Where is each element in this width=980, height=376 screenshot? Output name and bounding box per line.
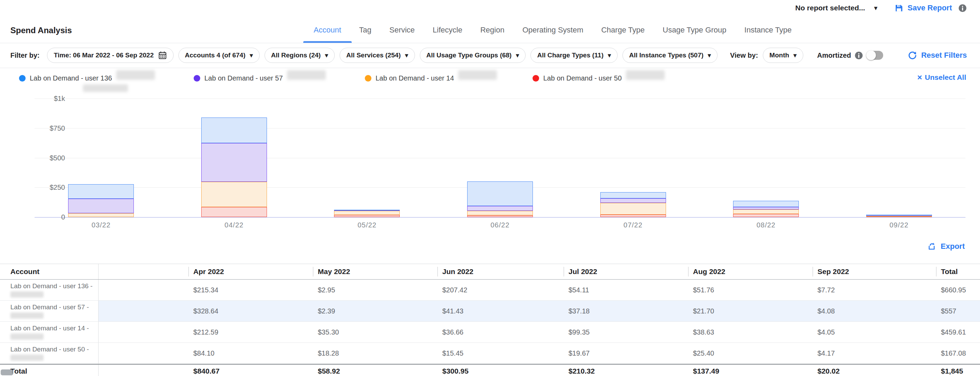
tab-instance-type[interactable]: Instance Type: [744, 25, 792, 43]
tab-tag[interactable]: Tag: [359, 25, 372, 43]
legend-item-lab-on-demand-user-14[interactable]: Lab on Demand - user 14: [365, 73, 497, 83]
bar-group-03-22[interactable]: 03/22: [35, 98, 168, 217]
tab-label: Region: [480, 25, 504, 34]
filter-pill-label: All Instance Types (507): [629, 51, 703, 59]
total-value-cell: $137.49: [688, 365, 813, 376]
bar-segment-lab-on-demand-user-50: [201, 207, 267, 217]
tabs: AccountTagServiceLifecycleRegionOperatin…: [313, 16, 792, 43]
tab-label: Lifecycle: [433, 25, 462, 34]
column-header-redacted: [99, 264, 188, 279]
filter-bar: Filter by: Time: 06 Mar 2022 - 06 Sep 20…: [0, 43, 980, 68]
table-row-lab-on-demand-user-14[interactable]: Lab on Demand - user 14 -$212.59$35.30$3…: [0, 322, 980, 343]
column-header-total: Total: [936, 264, 980, 279]
table-row-lab-on-demand-user-50[interactable]: Lab on Demand - user 50 -$84.10$18.28$15…: [0, 343, 980, 364]
amortized-label: Amortized: [817, 51, 851, 59]
table-row-lab-on-demand-user-57[interactable]: Lab on Demand - user 57 -$328.64$2.39$41…: [0, 301, 980, 322]
bar-segment-lab-on-demand-user-14: [334, 211, 400, 215]
tab-account[interactable]: Account: [313, 25, 342, 43]
filter-pill-all-regions-24[interactable]: All Regions (24)▼: [264, 48, 335, 63]
bar-segment-lab-on-demand-user-57: [467, 206, 533, 211]
tab-usage-type-group[interactable]: Usage Type Group: [662, 25, 727, 43]
tab-label: Service: [389, 25, 415, 34]
account-name: Lab on Demand - user 50 -: [10, 346, 89, 353]
legend-item-label: Lab on Demand - user 57: [204, 74, 283, 82]
legend-dot: [365, 75, 371, 82]
filter-pill-label: Accounts 4 (of 674): [185, 51, 245, 59]
x-axis-tick-label: 04/22: [168, 221, 301, 229]
bar-group-08-22[interactable]: 08/22: [700, 98, 833, 217]
value-cell: $207.42: [438, 279, 564, 300]
filter-pill-label: All Usage Type Groups (68): [426, 51, 512, 59]
bar-group-05-22[interactable]: 05/22: [301, 98, 434, 217]
column-header-jun-2022: Jun 2022: [438, 264, 564, 279]
view-by-dropdown[interactable]: Month ▼: [763, 48, 803, 63]
chevron-down-icon: ▼: [515, 53, 519, 58]
value-cell: [99, 279, 188, 300]
value-cell: $4.08: [813, 301, 936, 321]
value-cell: $37.18: [564, 301, 688, 321]
unselect-all-button[interactable]: × Unselect All: [917, 73, 966, 82]
x-axis-tick-label: 06/22: [434, 221, 567, 229]
value-cell: [99, 343, 188, 363]
tab-charge-type[interactable]: Charge Type: [601, 25, 646, 43]
filter-pill-all-services-254[interactable]: All Services (254)▼: [340, 48, 415, 63]
filter-pill-all-usage-type-groups-68[interactable]: All Usage Type Groups (68)▼: [420, 48, 526, 63]
top-bar: No report selected... ▼ Save Report: [0, 0, 980, 16]
tab-label: Account: [313, 25, 341, 34]
legend-item-lab-on-demand-user-136[interactable]: Lab on Demand - user 136: [19, 73, 155, 83]
report-selector-dropdown[interactable]: No report selected... ▼: [795, 4, 878, 12]
bar-group-06-22[interactable]: 06/22: [434, 98, 567, 217]
tab-service[interactable]: Service: [389, 25, 415, 43]
legend-item-lab-on-demand-user-50[interactable]: Lab on Demand - user 50: [533, 73, 665, 83]
total-value-cell: $210.32: [564, 365, 688, 376]
value-cell: [99, 301, 188, 321]
bar-segment-lab-on-demand-user-14: [201, 182, 267, 207]
page-title: Spend Analysis: [10, 25, 72, 35]
value-cell: [99, 322, 188, 343]
export-label: Export: [940, 242, 965, 251]
filter-pill-all-instance-types-507[interactable]: All Instance Types (507)▼: [622, 48, 718, 63]
value-cell: $84.10: [188, 343, 313, 363]
value-cell: $38.63: [688, 322, 813, 343]
filter-pill-accounts-4-of-674[interactable]: Accounts 4 (of 674)▼: [178, 48, 260, 63]
save-report-button[interactable]: Save Report: [894, 3, 952, 13]
gridline: [35, 217, 966, 218]
tab-region[interactable]: Region: [480, 25, 505, 43]
bar-segment-lab-on-demand-user-14: [68, 213, 134, 217]
redacted-text: [116, 70, 155, 80]
value-cell: $7.72: [813, 279, 936, 300]
view-by-label: View by:: [730, 51, 758, 59]
report-selector-label: No report selected...: [795, 4, 865, 12]
x-axis-tick-label: 07/22: [566, 221, 700, 229]
tab-lifecycle[interactable]: Lifecycle: [432, 25, 463, 43]
chevron-down-icon: ▼: [874, 6, 878, 11]
filter-pill-all-charge-types-11[interactable]: All Charge Types (11)▼: [530, 48, 617, 63]
bar-group-09-22[interactable]: 09/22: [832, 98, 966, 217]
export-button[interactable]: Export: [928, 242, 965, 251]
bar-segment-lab-on-demand-user-136: [68, 184, 134, 199]
table-row-lab-on-demand-user-136[interactable]: Lab on Demand - user 136 -$215.34$2.95$2…: [0, 279, 980, 301]
bar-group-04-22[interactable]: 04/22: [168, 98, 301, 217]
legend-item-lab-on-demand-user-57[interactable]: Lab on Demand - user 57: [194, 73, 326, 83]
info-icon[interactable]: [958, 4, 967, 13]
x-axis-tick-label: 05/22: [301, 221, 434, 229]
chevron-down-icon: ▼: [250, 53, 253, 58]
legend-item-label: Lab on Demand - user 14: [375, 74, 454, 82]
value-cell: $15.45: [438, 343, 564, 363]
bar-segment-lab-on-demand-user-57: [733, 207, 799, 209]
value-cell: $4.05: [813, 322, 936, 343]
bar-segment-lab-on-demand-user-136: [600, 192, 666, 199]
value-cell: $25.40: [688, 343, 813, 363]
reset-filters-button[interactable]: Reset Filters: [908, 51, 967, 60]
chevron-down-icon: ▼: [325, 53, 328, 58]
redacted-text: [626, 70, 665, 80]
tab-operating-system[interactable]: Operating System: [522, 25, 584, 43]
total-value-cell: $300.95: [438, 365, 564, 376]
info-icon[interactable]: [854, 51, 863, 60]
amortized-toggle[interactable]: [867, 51, 883, 60]
spend-analysis-app: No report selected... ▼ Save Report Spen…: [0, 0, 980, 376]
bar-segment-lab-on-demand-user-50: [334, 215, 400, 217]
account-cell: Lab on Demand - user 136 -: [0, 279, 99, 300]
filter-pill-time-06-mar-2022-06-sep-2022[interactable]: Time: 06 Mar 2022 - 06 Sep 2022: [47, 48, 173, 63]
bar-group-07-22[interactable]: 07/22: [566, 98, 700, 217]
